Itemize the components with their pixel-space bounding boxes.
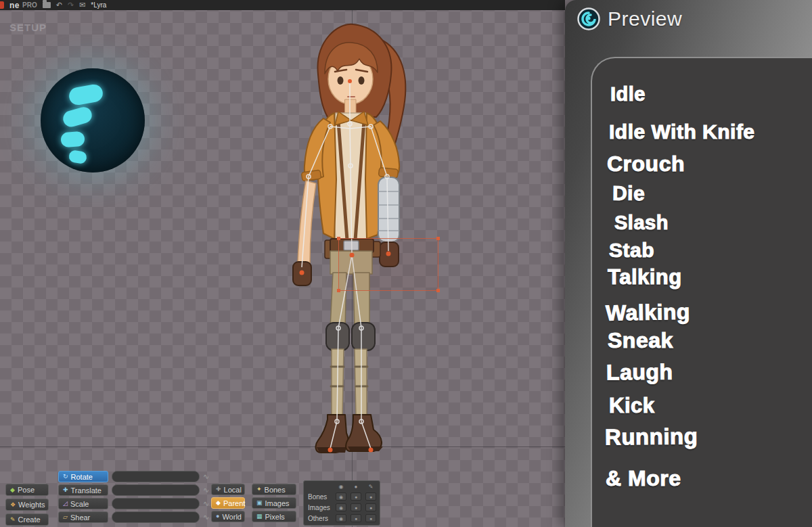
weights-button[interactable]: ❖ Weights xyxy=(5,499,49,511)
others-visibility-row: Others ◉ ● ● xyxy=(305,513,378,524)
animation-item[interactable]: Running xyxy=(605,423,812,449)
mail-icon[interactable]: ✉ xyxy=(79,1,85,9)
app-name-fragment: ne xyxy=(9,1,20,10)
pose-label: Pose xyxy=(18,486,35,494)
translate-value-bar[interactable] xyxy=(112,484,200,496)
selection-handle[interactable] xyxy=(436,237,440,240)
scale-compensate-icon[interactable]: ∿ xyxy=(203,500,209,507)
scale-icon: ◿ xyxy=(63,501,68,507)
animation-item[interactable]: Talking xyxy=(608,267,812,289)
local-axis-icon: ✚ xyxy=(216,486,221,492)
world-axis-button[interactable]: ● World xyxy=(211,511,245,522)
shear-compensate-icon[interactable]: ∿ xyxy=(203,513,209,521)
preview-title: Preview xyxy=(608,7,682,30)
images-row-label: Images xyxy=(305,504,334,511)
spine-vertebrae-icon xyxy=(41,68,145,173)
animation-item[interactable]: Laugh xyxy=(606,359,812,384)
selection-handle[interactable] xyxy=(436,289,440,292)
pixels-filter-button[interactable]: ▦ Pixels xyxy=(252,511,296,522)
animation-list: Idle Idle With Knife Crouch Die Slash St… xyxy=(592,58,812,490)
animation-item[interactable]: Slash xyxy=(614,212,812,233)
images-filter-label: Images xyxy=(265,499,290,507)
pixels-filter-icon: ▦ xyxy=(256,513,263,520)
scale-label: Scale xyxy=(70,500,89,508)
animation-item[interactable]: Idle With Knife xyxy=(609,121,812,143)
bones-select-toggle[interactable]: ● xyxy=(351,492,361,501)
parent-axis-label: Parent xyxy=(223,499,245,507)
pose-icon: ◆ xyxy=(10,487,15,493)
rotate-compensate-icon[interactable]: ∿ xyxy=(203,473,209,480)
select-dot-icon: ● xyxy=(348,484,363,490)
others-select-toggle[interactable]: ● xyxy=(351,514,361,522)
visibility-header: ◉ ● ✎ xyxy=(305,482,378,491)
spine-swirl-icon xyxy=(577,7,601,31)
edit-pencil-icon: ✎ xyxy=(363,484,378,490)
translate-button[interactable]: ✚ Translate xyxy=(58,484,108,496)
bones-filter-button[interactable]: ✦ Bones xyxy=(252,484,296,495)
local-axis-label: Local xyxy=(224,486,242,494)
shear-value-bar[interactable] xyxy=(112,511,200,523)
selection-handle[interactable] xyxy=(337,289,340,292)
create-button[interactable]: ✎ Create xyxy=(5,513,49,526)
animation-item[interactable]: Crouch xyxy=(607,153,812,176)
translate-compensate-icon[interactable]: ∿ xyxy=(203,486,209,494)
spine-app-icon xyxy=(0,1,4,9)
world-axis-icon: ● xyxy=(216,513,219,520)
bones-edit-toggle[interactable]: ● xyxy=(365,492,376,501)
images-select-toggle[interactable]: ● xyxy=(351,503,361,511)
world-axis-label: World xyxy=(222,513,242,521)
shear-label: Shear xyxy=(70,513,90,522)
scale-button[interactable]: ◿ Scale xyxy=(58,498,108,509)
animation-item[interactable]: Sneak xyxy=(608,329,812,352)
character-artwork[interactable] xyxy=(271,10,440,460)
bones-view-toggle[interactable]: ◉ xyxy=(336,492,346,501)
parent-axis-icon: ◆ xyxy=(216,500,221,506)
rotate-value-bar[interactable] xyxy=(112,471,200,482)
animation-item[interactable]: Die xyxy=(612,182,812,205)
images-filter-icon: ▣ xyxy=(256,500,263,506)
local-axis-button[interactable]: ✚ Local xyxy=(211,484,245,495)
rotate-button[interactable]: ↻ Rotate xyxy=(58,471,108,482)
bones-row-label: Bones xyxy=(305,493,334,501)
preview-header: Preview xyxy=(577,7,682,31)
weights-icon: ❖ xyxy=(10,502,16,508)
animation-item[interactable]: Walking xyxy=(606,298,812,325)
axes-buttons: ✚ Local ◆ Parent ● World xyxy=(211,484,245,522)
pixels-filter-label: Pixels xyxy=(265,513,285,521)
transform-tools: ↻ Rotate ∿ ✚ Translate ∿ ◿ Scale ∿ ▱ xyxy=(58,471,209,523)
edition-label: PRO xyxy=(22,1,37,9)
create-label: Create xyxy=(18,515,41,524)
others-edit-toggle[interactable]: ● xyxy=(365,514,376,522)
shear-button[interactable]: ▱ Shear xyxy=(58,511,108,523)
animation-list-panel: Idle Idle With Knife Crouch Die Slash St… xyxy=(591,57,812,527)
rotate-label: Rotate xyxy=(71,473,93,481)
parent-axis-button[interactable]: ◆ Parent xyxy=(211,497,245,509)
animation-item[interactable]: Stab xyxy=(609,239,812,261)
eye-icon: ◉ xyxy=(334,484,348,490)
images-visibility-row: Images ◉ ● ● xyxy=(305,502,378,513)
menu-toolbar: ne PRO ↶ ↷ ✉ *Lyra xyxy=(0,0,565,10)
animation-item[interactable]: & More xyxy=(606,467,812,490)
selection-handle[interactable] xyxy=(337,237,340,240)
scale-value-bar[interactable] xyxy=(112,498,200,509)
create-icon: ✎ xyxy=(10,517,16,523)
spine-logo-badge xyxy=(41,68,145,173)
scale-tool-row: ◿ Scale ∿ xyxy=(58,498,209,509)
selection-box[interactable] xyxy=(338,238,438,291)
undo-icon[interactable]: ↶ xyxy=(56,1,62,9)
open-project-icon[interactable] xyxy=(43,2,51,8)
animation-item[interactable]: Kick xyxy=(609,395,812,417)
others-view-toggle[interactable]: ◉ xyxy=(336,514,346,522)
images-filter-button[interactable]: ▣ Images xyxy=(252,497,296,509)
rotate-tool-row: ↻ Rotate ∿ xyxy=(58,471,209,482)
images-view-toggle[interactable]: ◉ xyxy=(336,503,346,511)
translate-icon: ✚ xyxy=(63,487,68,493)
preview-panel: Preview Idle Idle With Knife Crouch Die … xyxy=(565,0,812,527)
pose-button[interactable]: ◆ Pose xyxy=(5,484,49,496)
setup-mode-toggle[interactable]: SETUP xyxy=(9,22,47,33)
redo-icon[interactable]: ↷ xyxy=(68,1,74,9)
shear-icon: ▱ xyxy=(63,514,68,520)
rotate-icon: ↻ xyxy=(63,474,68,480)
animation-item[interactable]: Idle xyxy=(610,84,812,104)
images-edit-toggle[interactable]: ● xyxy=(365,503,376,511)
